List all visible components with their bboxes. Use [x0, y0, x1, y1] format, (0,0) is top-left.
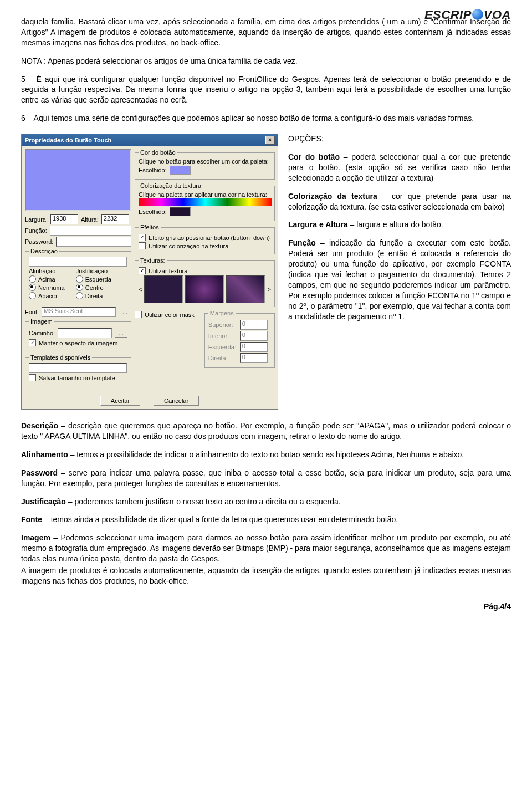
efeitos-group: Efeitos Efeito gris ao pessionar botão (…	[135, 224, 275, 254]
cor-botao-legend: Cor do botão	[139, 149, 177, 156]
colorizacao-group: Colorização da textura Clique na paleta …	[135, 182, 275, 221]
radio-direita[interactable]: Direita	[76, 292, 111, 299]
escolhido-label-2: Escolhido:	[139, 208, 167, 215]
largura-label: Largura:	[25, 216, 48, 223]
paragraph-5: 5 – É aqui que irá configurar qualquer f…	[21, 74, 511, 106]
globe-icon	[472, 9, 483, 20]
efeito-colorizacao-checkbox[interactable]: Utilizar colorização na textura	[139, 242, 271, 249]
texture-thumb-2[interactable]	[185, 275, 224, 303]
radio-nenhuma[interactable]: Nenhuma	[29, 284, 65, 291]
descricao-legend: Descrição	[29, 248, 59, 254]
colorizacao-legend: Colorização da textura	[139, 182, 203, 189]
radio-centro[interactable]: Centro	[76, 284, 111, 291]
page-number: Pág.4/4	[21, 602, 511, 611]
descricao-input[interactable]	[29, 257, 127, 267]
texture-thumb-3[interactable]	[226, 275, 265, 303]
altura-label: Altura:	[81, 216, 99, 223]
password-input[interactable]	[56, 237, 131, 247]
escolhido-label: Escolhido:	[139, 167, 167, 173]
altura-input[interactable]: 2232	[101, 214, 129, 224]
margem-esquerda-input[interactable]: 0	[240, 342, 268, 352]
opt-password: Password – serve para indicar uma palavr…	[21, 468, 511, 489]
just-label: Justificação	[76, 268, 111, 274]
manter-aspecto-checkbox[interactable]: Manter o aspecto da imagem	[29, 339, 127, 346]
aceitar-button[interactable]: Aceitar	[100, 396, 140, 406]
password-label: Password:	[25, 238, 53, 245]
imagem-legend: Imagem	[29, 318, 54, 325]
color-preview[interactable]	[25, 149, 131, 211]
texture-thumb-1[interactable]	[144, 275, 183, 303]
margens-legend: Margens	[208, 310, 236, 316]
efeito-gris-checkbox[interactable]: Efeito gris ao pessionar botão (button_d…	[139, 234, 271, 241]
hue-slider[interactable]	[139, 198, 272, 206]
templates-group: Templates disponíveis Salvar tamanho no …	[25, 354, 131, 386]
dialog-title-text: Propriedades do Butão Touch	[25, 137, 111, 144]
efeitos-legend: Efeitos	[139, 224, 161, 231]
radio-acima[interactable]: Acima	[29, 275, 65, 283]
colorizacao-hint: Clique na paleta par aplicar uma cor na …	[139, 191, 271, 198]
radio-esquerda[interactable]: Esquerda	[76, 275, 111, 283]
texturas-legend: Texturas:	[139, 257, 167, 264]
opt-justificacao: Justificação – poderemos tambem justific…	[21, 497, 511, 507]
color-mask-checkbox[interactable]: Utilizar color mask	[135, 311, 195, 318]
opt-imagem-2: A imagem de produtos é colocada automati…	[21, 565, 511, 586]
colorizacao-swatch[interactable]	[170, 207, 191, 216]
caminho-input[interactable]	[58, 328, 112, 338]
brand-logo: ESCRIPVOA	[424, 8, 511, 22]
opt-alinhamento: Alinhamento – temos a possibilidade de i…	[21, 449, 511, 460]
opt-descricao: Descrição – descrição que queremos que a…	[21, 421, 511, 442]
opt-imagem-1: Imagem – Podemos seleccionar uma imagem …	[21, 533, 511, 564]
font-browse-button[interactable]: ...	[119, 308, 131, 316]
font-input[interactable]: MS Sans Serif	[42, 307, 116, 317]
templates-legend: Templates disponíveis	[29, 354, 92, 361]
texture-next-button[interactable]: >	[267, 286, 270, 293]
alinh-label: Alinhação	[29, 268, 65, 274]
largura-input[interactable]: 1938	[50, 214, 78, 224]
margens-group: Margens Superior:0 Inferior:0 Esquerda:0…	[204, 310, 275, 368]
cor-botao-group: Cor do botão Clique no botão para escolh…	[135, 149, 275, 180]
dialog-propriedades-botao: Propriedades do Butão Touch × Largura: 1…	[21, 134, 278, 410]
close-icon[interactable]: ×	[265, 136, 274, 144]
descricao-group: Descrição Alinhação Acima Nenhuma Abaixo	[25, 248, 131, 304]
templates-select[interactable]	[29, 363, 127, 373]
funcao-label: Função:	[25, 227, 47, 234]
dialog-titlebar: Propriedades do Butão Touch ×	[22, 134, 278, 146]
caminho-label: Caminho:	[29, 330, 55, 336]
caminho-browse-button[interactable]: ...	[115, 329, 127, 338]
cor-swatch[interactable]	[170, 166, 191, 175]
texture-prev-button[interactable]: <	[139, 286, 142, 293]
margem-direita-input[interactable]: 0	[240, 353, 268, 363]
opt-fonte: Fonte – temos ainda a possibilidade de d…	[21, 514, 511, 525]
paragraph-6: 6 – Aqui temos uma série de configuraçõe…	[21, 113, 511, 124]
texturas-group: Texturas: Utilizar textura < >	[135, 257, 275, 307]
font-label: Font:	[25, 309, 39, 315]
paragraph-nota: NOTA : Apenas poderá seleccionar os arti…	[21, 56, 511, 67]
radio-abaixo[interactable]: Abaixo	[29, 292, 65, 299]
funcao-input[interactable]	[50, 226, 131, 236]
salvar-tamanho-checkbox[interactable]: Salvar tamanho no template	[29, 374, 127, 381]
margem-inferior-input[interactable]: 0	[240, 331, 268, 341]
cor-hint: Clique no botão para escolher um cor da …	[139, 158, 271, 165]
cancelar-button[interactable]: Cancelar	[154, 396, 199, 406]
margem-superior-input[interactable]: 0	[240, 320, 268, 330]
utilizar-textura-checkbox[interactable]: Utilizar textura	[139, 267, 271, 274]
imagem-group: Imagem Caminho:... Manter o aspecto da i…	[25, 318, 131, 351]
